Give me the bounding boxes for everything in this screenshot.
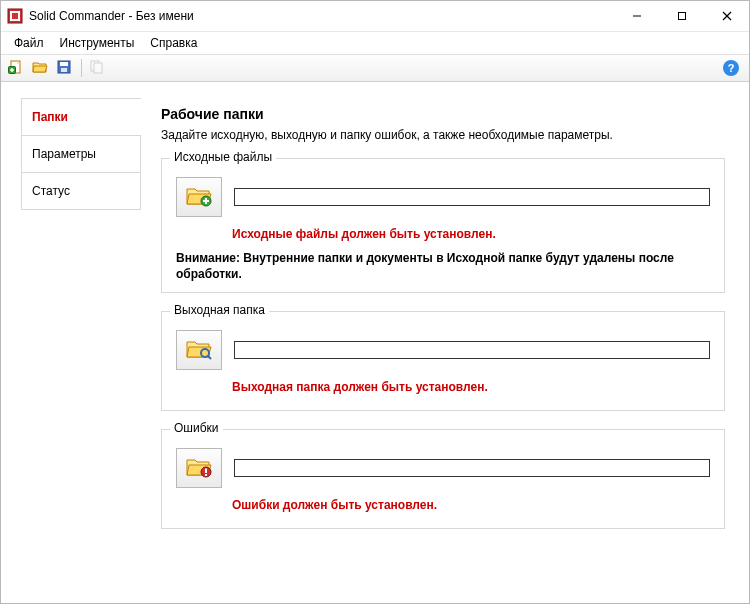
help-icon[interactable]: ? (723, 60, 739, 76)
browse-source-button[interactable] (176, 177, 222, 217)
group-errors-title: Ошибки (170, 421, 223, 435)
group-errors: Ошибки (161, 429, 725, 529)
browse-output-button[interactable] (176, 330, 222, 370)
menubar: Файл Инструменты Справка (1, 32, 749, 54)
output-error-text: Выходная папка должен быть установлен. (232, 380, 710, 394)
content-panel: Рабочие папки Задайте исходную, выходную… (161, 98, 725, 587)
group-source-row (176, 177, 710, 217)
toolbar-separator (81, 59, 82, 77)
source-warning-text: Внимание: Внутренние папки и документы в… (176, 251, 710, 282)
open-folder-icon (32, 59, 48, 78)
group-source: Исходные файлы (161, 158, 725, 293)
menu-file[interactable]: Файл (7, 34, 51, 52)
group-source-title: Исходные файлы (170, 150, 276, 164)
copy-icon (89, 59, 105, 78)
menu-tools[interactable]: Инструменты (53, 34, 142, 52)
group-errors-row (176, 448, 710, 488)
source-path-input[interactable] (234, 188, 710, 206)
folder-add-icon (185, 184, 213, 211)
minimize-button[interactable] (614, 2, 659, 31)
svg-rect-4 (678, 13, 685, 20)
window-title: Solid Commander - Без имени (29, 9, 614, 23)
tab-parameters[interactable]: Параметры (21, 135, 141, 172)
group-output-title: Выходная папка (170, 303, 269, 317)
maximize-button[interactable] (659, 2, 704, 31)
toolbar-copy-button[interactable] (86, 57, 108, 79)
page-description: Задайте исходную, выходную и папку ошибо… (161, 128, 725, 142)
svg-rect-13 (61, 68, 67, 72)
svg-rect-2 (12, 13, 18, 19)
new-icon (8, 59, 24, 78)
errors-path-input[interactable] (234, 459, 710, 477)
client-area: Папки Параметры Статус Рабочие папки Зад… (1, 82, 749, 603)
toolbar-save-button[interactable] (53, 57, 75, 79)
folder-error-icon (185, 455, 213, 482)
close-button[interactable] (704, 2, 749, 31)
toolbar: ? (1, 54, 749, 82)
side-tabs: Папки Параметры Статус (21, 98, 141, 587)
source-error-text: Исходные файлы должен быть установлен. (232, 227, 710, 241)
svg-rect-15 (94, 63, 102, 73)
menu-help[interactable]: Справка (143, 34, 204, 52)
svg-line-20 (208, 356, 211, 359)
tab-folders[interactable]: Папки (21, 98, 141, 135)
titlebar: Solid Commander - Без имени (1, 1, 749, 32)
toolbar-new-button[interactable] (5, 57, 27, 79)
page-heading: Рабочие папки (161, 106, 725, 122)
output-path-input[interactable] (234, 341, 710, 359)
save-icon (56, 59, 72, 78)
app-icon (7, 8, 23, 24)
svg-rect-23 (205, 474, 207, 476)
errors-error-text: Ошибки должен быть установлен. (232, 498, 710, 512)
toolbar-open-button[interactable] (29, 57, 51, 79)
browse-errors-button[interactable] (176, 448, 222, 488)
group-output: Выходная папка Вы (161, 311, 725, 411)
folder-search-icon (185, 337, 213, 364)
tab-status[interactable]: Статус (21, 172, 141, 210)
svg-rect-12 (60, 62, 68, 66)
group-output-row (176, 330, 710, 370)
app-window: Solid Commander - Без имени Файл Инструм… (0, 0, 750, 604)
svg-rect-22 (205, 468, 207, 473)
window-controls (614, 2, 749, 31)
